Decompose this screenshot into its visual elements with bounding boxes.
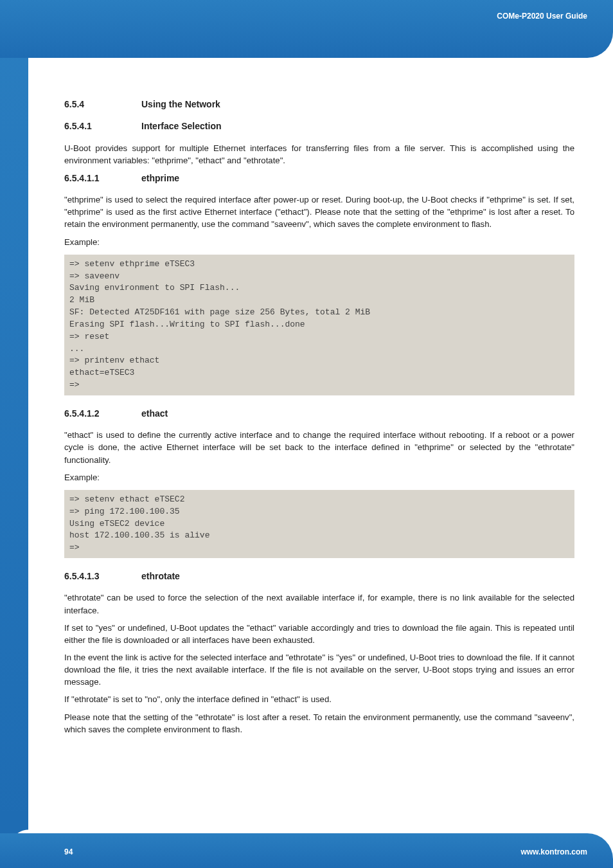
- heading-title: Using the Network: [141, 98, 220, 111]
- example-label: Example:: [64, 236, 574, 248]
- paragraph: If "ethrotate" is set to "no", only the …: [64, 693, 574, 705]
- paragraph: Please note that the setting of the "eth…: [64, 711, 574, 736]
- page-content: 6.5.4 Using the Network 6.5.4.1 Interfac…: [64, 96, 574, 823]
- left-stripe: [0, 0, 28, 829]
- header-title: COMe-P2020 User Guide: [497, 12, 587, 21]
- paragraph: "ethrotate" can be used to force the sel…: [64, 592, 574, 616]
- code-block-ethact: => setenv ethact eTSEC2 => ping 172.100.…: [64, 490, 574, 558]
- page-number: 94: [64, 847, 73, 856]
- heading-num: 6.5.4.1.2: [64, 407, 116, 420]
- heading-6-5-4-1-2: 6.5.4.1.2 ethact: [64, 407, 574, 420]
- heading-title: Interface Selection: [141, 120, 222, 132]
- heading-num: 6.5.4.1.1: [64, 172, 116, 185]
- heading-num: 6.5.4.1.3: [64, 570, 116, 583]
- paragraph: "ethprime" is used to select the require…: [64, 194, 574, 230]
- heading-title: ethprime: [141, 172, 179, 185]
- paragraph: If set to "yes" or undefined, U-Boot upd…: [64, 622, 574, 646]
- paragraph: In the event the link is active for the …: [64, 651, 574, 688]
- heading-num: 6.5.4: [64, 98, 116, 111]
- heading-6-5-4-1-3: 6.5.4.1.3 ethrotate: [64, 570, 574, 583]
- header-bar: COMe-P2020 User Guide: [0, 0, 613, 58]
- footer-bar: 94 www.kontron.com: [0, 833, 613, 868]
- example-label: Example:: [64, 471, 574, 484]
- heading-title: ethact: [141, 407, 168, 420]
- heading-num: 6.5.4.1: [64, 120, 116, 132]
- heading-6-5-4-1: 6.5.4.1 Interface Selection: [64, 120, 574, 132]
- heading-title: ethrotate: [141, 570, 180, 583]
- heading-6-5-4-1-1: 6.5.4.1.1 ethprime: [64, 172, 574, 185]
- footer-url: www.kontron.com: [520, 847, 587, 856]
- paragraph: U-Boot provides support for multiple Eth…: [64, 142, 574, 167]
- paragraph: "ethact" is used to define the currently…: [64, 429, 574, 466]
- heading-6-5-4: 6.5.4 Using the Network: [64, 98, 574, 111]
- code-block-ethprime: => setenv ethprime eTSEC3 => saveenv Sav…: [64, 255, 574, 395]
